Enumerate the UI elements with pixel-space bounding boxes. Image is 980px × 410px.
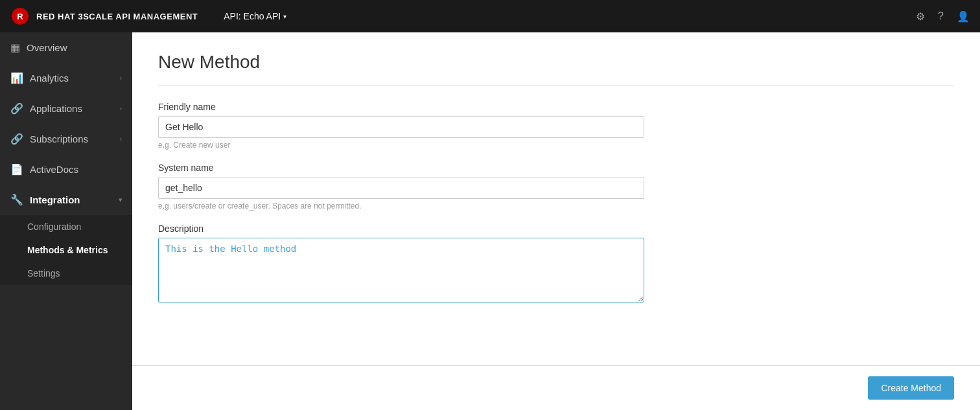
sidebar-item-label-activedocs: ActiveDocs: [30, 164, 78, 175]
main-content: New Method Friendly name e.g. Create new…: [132, 32, 980, 410]
sidebar-item-analytics[interactable]: 📊 Analytics ›: [0, 63, 132, 93]
create-method-button[interactable]: Create Method: [868, 376, 954, 400]
sidebar-subitem-configuration[interactable]: Configuration: [0, 215, 132, 238]
api-selector-chevron-icon: ▾: [283, 13, 286, 20]
system-name-group: System name e.g. users/create or create_…: [158, 163, 644, 211]
analytics-icon: 📊: [10, 72, 23, 84]
help-icon[interactable]: ?: [938, 10, 944, 22]
analytics-chevron-icon: ›: [120, 74, 122, 82]
integration-chevron-icon: ▾: [119, 196, 122, 203]
sidebar-item-overview[interactable]: ▦ Overview: [0, 32, 132, 63]
overview-icon: ▦: [10, 41, 20, 54]
applications-chevron-icon: ›: [120, 105, 122, 112]
api-selector[interactable]: API: Echo API ▾: [224, 11, 286, 21]
user-icon[interactable]: 👤: [957, 10, 970, 23]
page-title: New Method: [158, 52, 954, 73]
main-layout: ▦ Overview 📊 Analytics › 🔗 Applications …: [0, 32, 980, 410]
applications-icon: 🔗: [10, 102, 23, 115]
integration-subitems: Configuration Methods & Metrics Settings: [0, 215, 132, 285]
system-name-label: System name: [158, 163, 644, 173]
content-inner: New Method Friendly name e.g. Create new…: [132, 32, 980, 365]
sidebar: ▦ Overview 📊 Analytics › 🔗 Applications …: [0, 32, 132, 410]
description-textarea[interactable]: [158, 238, 644, 302]
sidebar-item-label-analytics: Analytics: [30, 73, 69, 84]
settings-icon[interactable]: ⚙: [916, 10, 925, 23]
sidebar-item-activedocs[interactable]: 📄 ActiveDocs: [0, 154, 132, 185]
sidebar-item-label-applications: Applications: [30, 103, 82, 114]
description-label: Description: [158, 223, 644, 234]
api-selector-label: API: Echo API: [224, 11, 281, 21]
integration-icon: 🔧: [10, 194, 23, 206]
sidebar-subitem-settings[interactable]: Settings: [0, 262, 132, 285]
top-navigation: R RED HAT 3SCALE API MANAGEMENT API: Ech…: [0, 0, 980, 32]
top-nav-actions: ⚙ ? 👤: [916, 10, 970, 23]
sidebar-item-label-integration: Integration: [30, 194, 80, 205]
sidebar-item-label-overview: Overview: [27, 42, 67, 53]
brand-logo: R RED HAT 3SCALE API MANAGEMENT: [10, 6, 198, 26]
sidebar-item-applications[interactable]: 🔗 Applications ›: [0, 93, 132, 124]
friendly-name-group: Friendly name e.g. Create new user: [158, 102, 644, 150]
sidebar-subitem-methods-metrics[interactable]: Methods & Metrics: [0, 238, 132, 262]
sidebar-item-subscriptions[interactable]: 🔗 Subscriptions ›: [0, 124, 132, 154]
sidebar-item-label-subscriptions: Subscriptions: [30, 133, 88, 144]
content-footer: Create Method: [132, 365, 980, 410]
description-group: Description: [158, 223, 644, 304]
friendly-name-label: Friendly name: [158, 102, 644, 112]
friendly-name-hint: e.g. Create new user: [158, 141, 644, 150]
title-divider: [158, 85, 954, 86]
sidebar-item-integration[interactable]: 🔧 Integration ▾: [0, 185, 132, 215]
svg-text:R: R: [17, 12, 23, 21]
redhat-logo-icon: R: [10, 6, 30, 26]
system-name-hint: e.g. users/create or create_user. Spaces…: [158, 201, 644, 211]
activedocs-icon: 📄: [10, 163, 23, 176]
subscriptions-chevron-icon: ›: [120, 135, 122, 142]
friendly-name-input[interactable]: [158, 116, 644, 138]
subscriptions-icon: 🔗: [10, 133, 23, 145]
system-name-input[interactable]: [158, 177, 644, 199]
brand-text: RED HAT 3SCALE API MANAGEMENT: [36, 12, 198, 21]
